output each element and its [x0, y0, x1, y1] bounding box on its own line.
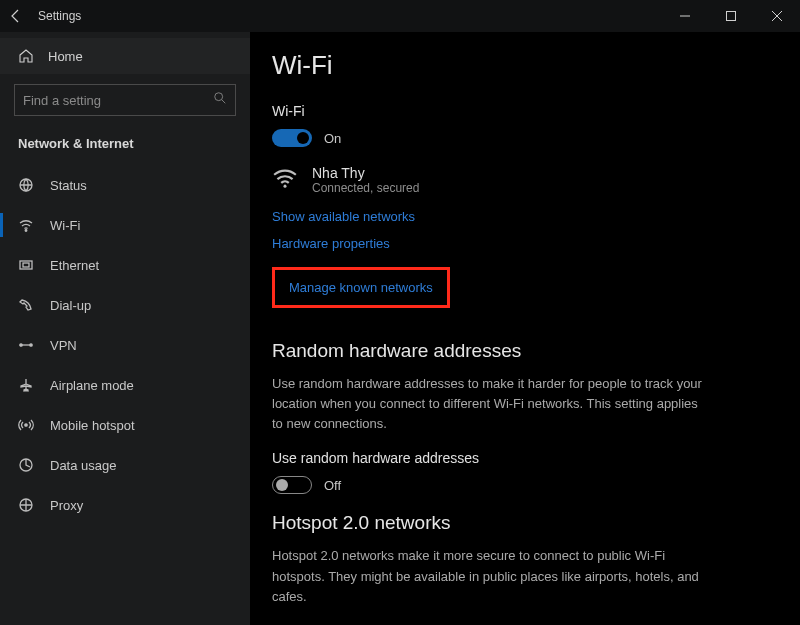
sidebar-item-ethernet[interactable]: Ethernet: [0, 245, 250, 285]
phone-icon: [18, 297, 34, 313]
random-hw-body: Use random hardware addresses to make it…: [272, 374, 712, 434]
svg-point-1: [215, 93, 223, 101]
page-title: Wi-Fi: [272, 50, 778, 81]
globe-icon: [18, 177, 34, 193]
sidebar-item-vpn[interactable]: VPN: [0, 325, 250, 365]
svg-rect-0: [727, 12, 736, 21]
back-button[interactable]: [8, 8, 24, 24]
show-available-link[interactable]: Show available networks: [272, 209, 778, 224]
sidebar-item-label: Wi-Fi: [50, 218, 80, 233]
wifi-toggle-state: On: [324, 131, 341, 146]
svg-point-11: [283, 185, 286, 188]
svg-rect-5: [23, 263, 29, 267]
sidebar-item-proxy[interactable]: Proxy: [0, 485, 250, 525]
sidebar-item-wifi[interactable]: Wi-Fi: [0, 205, 250, 245]
random-hw-toggle[interactable]: [272, 476, 312, 494]
sidebar-item-datausage[interactable]: Data usage: [0, 445, 250, 485]
hotspot-body: Hotspot 2.0 networks make it more secure…: [272, 546, 712, 606]
sidebar-item-label: VPN: [50, 338, 77, 353]
random-hw-heading: Random hardware addresses: [272, 340, 778, 362]
sidebar-home[interactable]: Home: [0, 38, 250, 74]
home-icon: [18, 48, 34, 64]
network-status: Connected, secured: [312, 181, 419, 195]
data-icon: [18, 457, 34, 473]
svg-point-3: [25, 230, 27, 232]
maximize-button[interactable]: [708, 0, 754, 32]
hotspot-heading: Hotspot 2.0 networks: [272, 512, 778, 534]
svg-point-7: [30, 344, 32, 346]
sidebar-item-label: Status: [50, 178, 87, 193]
airplane-icon: [18, 377, 34, 393]
window-title: Settings: [38, 9, 81, 23]
search-icon: [213, 91, 227, 109]
close-button[interactable]: [754, 0, 800, 32]
sidebar: Home Find a setting Network & Internet S…: [0, 32, 250, 625]
sidebar-item-label: Mobile hotspot: [50, 418, 135, 433]
sidebar-item-hotspot[interactable]: Mobile hotspot: [0, 405, 250, 445]
current-network[interactable]: Nha Thy Connected, secured: [272, 165, 778, 195]
sidebar-item-status[interactable]: Status: [0, 165, 250, 205]
sidebar-section-title: Network & Internet: [0, 130, 250, 165]
ethernet-icon: [18, 257, 34, 273]
sidebar-item-label: Dial-up: [50, 298, 91, 313]
sidebar-item-label: Ethernet: [50, 258, 99, 273]
sidebar-home-label: Home: [48, 49, 83, 64]
manage-known-networks-link[interactable]: Manage known networks: [272, 267, 450, 308]
wifi-signal-icon: [272, 167, 298, 193]
search-input[interactable]: Find a setting: [14, 84, 236, 116]
sidebar-item-label: Proxy: [50, 498, 83, 513]
network-name: Nha Thy: [312, 165, 419, 181]
search-placeholder: Find a setting: [23, 93, 101, 108]
sidebar-item-airplane[interactable]: Airplane mode: [0, 365, 250, 405]
hotspot-icon: [18, 417, 34, 433]
titlebar: Settings: [0, 0, 800, 32]
sidebar-item-label: Airplane mode: [50, 378, 134, 393]
hardware-properties-link[interactable]: Hardware properties: [272, 236, 778, 251]
wifi-toggle[interactable]: [272, 129, 312, 147]
content-pane[interactable]: Wi-Fi Wi-Fi On Nha Thy Connected, secure…: [250, 32, 800, 625]
svg-point-6: [20, 344, 22, 346]
svg-point-8: [25, 424, 27, 426]
vpn-icon: [18, 337, 34, 353]
svg-rect-4: [20, 261, 32, 269]
random-hw-toggle-state: Off: [324, 478, 341, 493]
sidebar-item-dialup[interactable]: Dial-up: [0, 285, 250, 325]
wifi-icon: [18, 217, 34, 233]
proxy-icon: [18, 497, 34, 513]
sidebar-item-label: Data usage: [50, 458, 117, 473]
random-hw-toggle-label: Use random hardware addresses: [272, 450, 778, 466]
wifi-label: Wi-Fi: [272, 103, 778, 119]
minimize-button[interactable]: [662, 0, 708, 32]
